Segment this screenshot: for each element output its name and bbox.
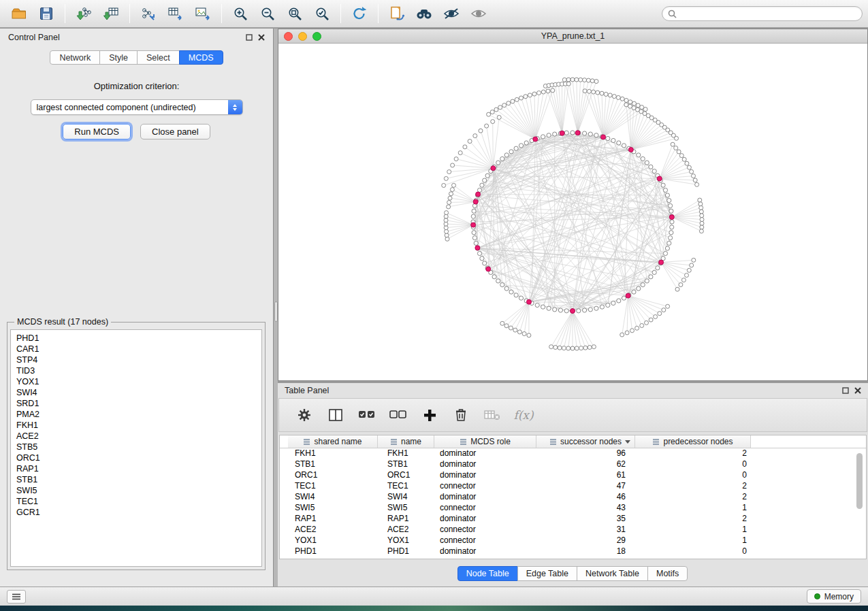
mcds-result-item[interactable]: PHD1 (16, 333, 261, 344)
memory-button[interactable]: Memory (807, 589, 861, 604)
mcds-result-item[interactable]: STB5 (16, 442, 261, 452)
window-close-button[interactable] (284, 32, 293, 41)
table-row[interactable]: RAP1 RAP1 dominator 35 2 (288, 514, 866, 525)
tab-network[interactable]: Network (50, 50, 100, 65)
table-settings-button[interactable] (295, 406, 313, 424)
show-graphics-details-button[interactable] (465, 2, 492, 25)
column-header-shared-name[interactable]: shared name (288, 435, 378, 448)
table-row[interactable]: PHD1 PHD1 dominator 18 0 (288, 546, 866, 557)
tab-edge-table[interactable]: Edge Table (517, 566, 577, 581)
splitter-handle-icon[interactable] (274, 301, 278, 322)
add-column-button[interactable] (421, 406, 438, 424)
window-minimize-button[interactable] (298, 32, 307, 41)
delete-column-button[interactable] (452, 406, 470, 424)
optimization-criterion-select[interactable]: largest connected component (undirected) (31, 99, 243, 115)
cell-predecessor-nodes: 0 (635, 459, 751, 470)
cell-successor-nodes: 43 (536, 503, 635, 514)
tab-motifs[interactable]: Motifs (647, 566, 688, 581)
tab-mcds[interactable]: MCDS (179, 50, 223, 65)
mcds-result-item[interactable]: CAR1 (16, 344, 261, 354)
show-columns-button[interactable] (327, 406, 344, 424)
save-session-button[interactable] (33, 2, 60, 25)
table-row[interactable]: ORC1 ORC1 dominator 61 0 (288, 470, 866, 481)
search-network-button[interactable] (411, 2, 438, 25)
zoom-in-button[interactable] (227, 2, 254, 25)
column-header-successor-nodes[interactable]: successor nodes (536, 435, 635, 448)
refresh-icon (351, 5, 368, 22)
cell-predecessor-nodes: 0 (635, 470, 751, 481)
table-row[interactable]: FKH1 FKH1 dominator 96 2 (288, 448, 866, 459)
tab-style[interactable]: Style (99, 50, 138, 65)
search-input[interactable] (680, 9, 856, 18)
table-row[interactable]: ACE2 ACE2 connector 31 1 (288, 525, 866, 535)
mcds-result-item[interactable]: TEC1 (16, 496, 261, 507)
hamburger-icon (12, 593, 21, 600)
export-network-icon (140, 6, 157, 21)
table-row[interactable]: SWI4 SWI4 dominator 46 2 (288, 492, 866, 503)
column-type-icon (303, 438, 310, 446)
export-image-button[interactable] (189, 2, 216, 25)
mcds-result-list: PHD1CAR1STP4TID3YOX1SWI4SRD1PMA2FKH1ACE2… (10, 329, 262, 567)
cell-name: TEC1 (378, 481, 434, 492)
tab-node-table[interactable]: Node Table (457, 566, 518, 581)
mcds-result-item[interactable]: RAP1 (16, 463, 261, 474)
mcds-result-item[interactable]: TID3 (16, 365, 261, 376)
mcds-result-item[interactable]: FKH1 (16, 420, 261, 431)
table-row[interactable]: TEC1 TEC1 connector 47 2 (288, 481, 866, 492)
table-scrollbar-thumb[interactable] (856, 453, 863, 509)
float-panel-icon[interactable] (246, 34, 253, 41)
mcds-result-item[interactable]: YOX1 (16, 376, 261, 387)
table-row[interactable]: SWI5 SWI5 connector 43 1 (288, 503, 866, 514)
tab-select[interactable]: Select (137, 50, 180, 65)
mcds-result-item[interactable]: ACE2 (16, 431, 261, 442)
open-session-button[interactable] (5, 2, 33, 25)
close-panel-button[interactable]: Close panel (140, 124, 210, 139)
deselect-all-button[interactable] (389, 406, 407, 424)
clone-network-icon (389, 5, 405, 22)
run-mcds-button[interactable]: Run MCDS (63, 124, 131, 139)
tab-network-table[interactable]: Network Table (577, 566, 648, 581)
column-header-mcds-role[interactable]: MCDS role (434, 435, 536, 448)
cell-mcds-role: dominator (434, 546, 536, 557)
float-panel-icon[interactable] (842, 387, 849, 394)
mcds-result-item[interactable]: STP4 (16, 354, 261, 365)
zoom-selected-button[interactable] (308, 2, 336, 25)
export-network-button[interactable] (135, 2, 162, 25)
status-menu-button[interactable] (7, 590, 26, 604)
mcds-result-item[interactable]: SRD1 (16, 398, 261, 409)
column-header-name[interactable]: name (378, 435, 434, 448)
delete-table-button[interactable] (483, 406, 501, 424)
import-network-button[interactable] (70, 2, 97, 25)
zoom-out-button[interactable] (254, 2, 281, 25)
clone-network-button[interactable] (383, 2, 411, 25)
network-canvas[interactable] (278, 44, 867, 380)
table-panel: Table Panel (278, 383, 868, 587)
select-all-button[interactable] (358, 406, 376, 424)
import-table-button[interactable] (97, 2, 125, 25)
node-table-body: FKH1 FKH1 dominator 96 2 STB1 STB1 domin… (280, 448, 866, 557)
export-table-button[interactable] (162, 2, 189, 25)
window-maximize-button[interactable] (312, 32, 321, 41)
zoom-selected-icon (315, 6, 330, 22)
control-panel-title: Control Panel (8, 33, 60, 42)
mcds-result-item[interactable]: STB1 (16, 474, 261, 485)
mcds-result-item[interactable]: SWI5 (16, 485, 261, 496)
close-panel-icon[interactable] (258, 34, 265, 41)
zoom-fit-button[interactable] (281, 2, 308, 25)
function-builder-button[interactable]: f(x) (515, 406, 532, 424)
cell-shared-name: SWI5 (288, 503, 378, 514)
mcds-result-item[interactable]: PMA2 (16, 409, 261, 420)
mcds-result-item[interactable]: SWI4 (16, 387, 261, 398)
refresh-layout-button[interactable] (346, 2, 373, 25)
cell-predecessor-nodes: 1 (635, 503, 751, 514)
main-toolbar (0, 0, 868, 28)
mcds-result-item[interactable]: GCR1 (16, 507, 261, 518)
mcds-result-item[interactable]: ORC1 (16, 452, 261, 463)
table-row[interactable]: STB1 STB1 dominator 62 0 (288, 459, 866, 470)
hide-graphics-details-button[interactable] (438, 2, 465, 25)
close-panel-icon[interactable] (854, 387, 861, 394)
cell-shared-name: PHD1 (288, 546, 378, 557)
status-bar: Memory (0, 587, 868, 606)
table-row[interactable]: YOX1 YOX1 connector 29 1 (288, 535, 866, 546)
column-header-predecessor-nodes[interactable]: predecessor nodes (635, 435, 751, 448)
